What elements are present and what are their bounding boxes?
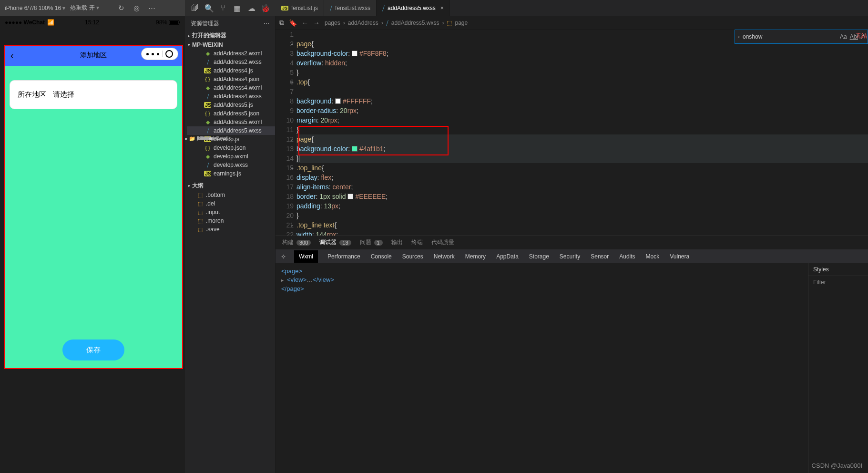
dtab-Wxml[interactable]: Wxml <box>294 250 318 263</box>
activity-bar: 🗐 🔍 ⑂ ▦ ☁ 🐞 <box>185 0 276 16</box>
explorer-panel: 资源管理器⋯ ▸打开的编辑器 ▾MP-WEIXIN ◆addAddress2.w… <box>185 16 276 473</box>
find-widget[interactable]: › onshow Aa Abl .* <box>735 30 868 44</box>
open-editors-section[interactable]: ▸打开的编辑器 <box>185 31 275 41</box>
match-case-icon[interactable]: Aa <box>840 33 847 40</box>
explorer-title: 资源管理器 <box>191 20 219 28</box>
file-develop.json[interactable]: { }develop.json <box>187 144 275 152</box>
watermark: CSDN @Java000I <box>812 462 862 469</box>
outline-.save[interactable]: ⬚.save <box>187 225 275 234</box>
dtab-Network[interactable]: Network <box>433 251 456 262</box>
wifi-icon: 📶 <box>47 19 54 26</box>
editor-tabs: JSfensiList.js⧸fensiList.wxss⧸addAddress… <box>276 0 868 16</box>
file-addAddress2.wxml[interactable]: ◆addAddress2.wxml <box>187 49 275 58</box>
file-addAddress4.json[interactable]: { }addAddress4.json <box>187 75 275 83</box>
capsule-button[interactable] <box>141 48 178 60</box>
page-title: 添加地区 <box>80 51 107 60</box>
dom-page-open[interactable]: <page> <box>281 267 302 275</box>
folder-mine[interactable]: ▾📂mine <box>185 135 215 142</box>
tab-fensiList.wxss[interactable]: ⧸fensiList.wxss <box>324 0 377 16</box>
region-card[interactable]: 所在地区 请选择 <box>10 80 177 109</box>
bookmark-icon[interactable]: 🔖 <box>289 19 297 27</box>
dtab-Memory[interactable]: Memory <box>464 251 487 262</box>
file-develop.wxss[interactable]: ⧸develop.wxss <box>187 161 275 169</box>
btab-构建[interactable]: 构建300 <box>282 238 311 247</box>
rotate-icon[interactable]: ↻ <box>114 1 128 15</box>
more-icon[interactable]: ⋯ <box>145 1 158 15</box>
find-input[interactable]: onshow <box>743 33 837 40</box>
region-label: 所在地区 <box>18 90 46 99</box>
files-icon[interactable]: 🗐 <box>188 1 202 15</box>
sim-status-bar: ●●●●● WeChat 📶 15:12 98% <box>0 16 184 29</box>
hot-reload[interactable]: 热重载 开 ▾ <box>70 4 99 12</box>
explorer-more-icon[interactable]: ⋯ <box>264 20 269 27</box>
btab-代码质量[interactable]: 代码质量 <box>431 238 454 247</box>
crumb-folder[interactable]: addAddress <box>348 20 378 26</box>
crumb-file[interactable]: addAddress5.wxss <box>391 20 439 26</box>
file-addAddress2.wxss[interactable]: ⧸addAddress2.wxss <box>187 58 275 66</box>
tab-addAddress5.wxss[interactable]: ⧸addAddress5.wxss× <box>377 0 450 16</box>
file-earnings.js[interactable]: JSearnings.js <box>187 169 275 178</box>
file-addAddress4.wxml[interactable]: ◆addAddress4.wxml <box>187 83 275 92</box>
dtab-Audits[interactable]: Audits <box>618 251 636 262</box>
devtools-tabs: ⟡ WxmlPerformanceConsoleSourcesNetworkMe… <box>276 249 868 263</box>
btab-问题[interactable]: 问题1 <box>360 238 383 247</box>
device-selector[interactable]: iPhone 6/7/8 100% 16 ▾ <box>5 5 65 11</box>
outline-section[interactable]: ▾大纲 <box>185 181 275 191</box>
crumb-symbol[interactable]: page <box>455 20 468 26</box>
file-develop.wxml[interactable]: ◆develop.wxml <box>187 152 275 161</box>
btab-终端[interactable]: 终端 <box>411 238 423 247</box>
btab-输出[interactable]: 输出 <box>391 238 403 247</box>
dtab-Sources[interactable]: Sources <box>401 251 424 262</box>
back-nav-icon[interactable]: ← <box>302 19 308 27</box>
file-addAddress4.wxss[interactable]: ⧸addAddress4.wxss <box>187 92 275 101</box>
ext-icon[interactable]: ▦ <box>230 1 245 15</box>
outline-.bottom[interactable]: ⬚.bottom <box>187 191 275 199</box>
file-addAddress5.wxss[interactable]: ⧸addAddress5.wxss <box>187 126 275 135</box>
cloud-icon[interactable]: ☁ <box>245 1 259 15</box>
code-editor[interactable]: 12345678910111213141516171819202122 ⌄pag… <box>276 30 868 235</box>
region-value: 请选择 <box>53 90 74 99</box>
dtab-Console[interactable]: Console <box>370 251 393 262</box>
search-icon[interactable]: 🔍 <box>202 1 216 15</box>
record-icon[interactable]: ◎ <box>130 1 143 15</box>
btab-调试器[interactable]: 调试器13 <box>319 238 351 247</box>
file-addAddress4.js[interactable]: JSaddAddress4.js <box>187 66 275 75</box>
dtab-Vulnera[interactable]: Vulnera <box>669 251 690 262</box>
clock-label: 15:12 <box>85 19 99 26</box>
battery-label: 98% <box>156 19 179 26</box>
fwd-nav-icon[interactable]: → <box>313 19 320 27</box>
back-icon[interactable]: ‹ <box>10 50 14 61</box>
styles-panel: Styles Filter <box>808 263 868 473</box>
close-icon[interactable]: × <box>440 5 444 11</box>
signal-label: ●●●●● WeChat <box>5 19 45 26</box>
dtab-Performance[interactable]: Performance <box>327 251 361 262</box>
file-addAddress5.wxml[interactable]: ◆addAddress5.wxml <box>187 118 275 126</box>
expand-find-icon[interactable]: › <box>738 33 740 40</box>
outline-.input[interactable]: ⬚.input <box>187 208 275 216</box>
debug-icon[interactable]: 🐞 <box>258 1 273 15</box>
dtab-Security[interactable]: Security <box>559 251 581 262</box>
file-addAddress5.json[interactable]: { }addAddress5.json <box>187 109 275 118</box>
split-icon[interactable]: ⧉ <box>279 19 284 27</box>
project-section[interactable]: ▾MP-WEIXIN <box>185 41 275 49</box>
styles-header[interactable]: Styles <box>808 263 868 276</box>
crumb-pages[interactable]: pages <box>325 20 340 26</box>
styles-filter[interactable]: Filter <box>808 276 868 288</box>
outline-.moren[interactable]: ⬚.moren <box>187 216 275 225</box>
editor-breadcrumb: ⧉ 🔖 ← → pages› addAddress› ⧸addAddress5.… <box>276 16 868 30</box>
save-button[interactable]: 保存 <box>62 339 124 360</box>
inspect-icon[interactable]: ⟡ <box>281 252 286 260</box>
dtab-AppData[interactable]: AppData <box>495 251 520 262</box>
file-tree: ◆addAddress2.wxml⧸addAddress2.wxssJSaddA… <box>185 49 275 135</box>
outline-.del[interactable]: ⬚.del <box>187 199 275 208</box>
dom-view[interactable]: <view> <box>287 276 306 283</box>
wxml-panel[interactable]: <page> ▸<view>…</view> </page> <box>276 263 808 473</box>
simulator-screen: ‹ 添加地区 所在地区 请选择 保存 <box>4 45 183 369</box>
dtab-Storage[interactable]: Storage <box>528 251 550 262</box>
git-icon[interactable]: ⑂ <box>216 1 230 15</box>
dtab-Mock[interactable]: Mock <box>645 251 661 262</box>
dtab-Sensor[interactable]: Sensor <box>590 251 610 262</box>
tab-fensiList.js[interactable]: JSfensiList.js <box>276 0 324 16</box>
file-addAddress5.js[interactable]: JSaddAddress5.js <box>187 101 275 109</box>
dom-page-close[interactable]: </page> <box>281 285 304 292</box>
